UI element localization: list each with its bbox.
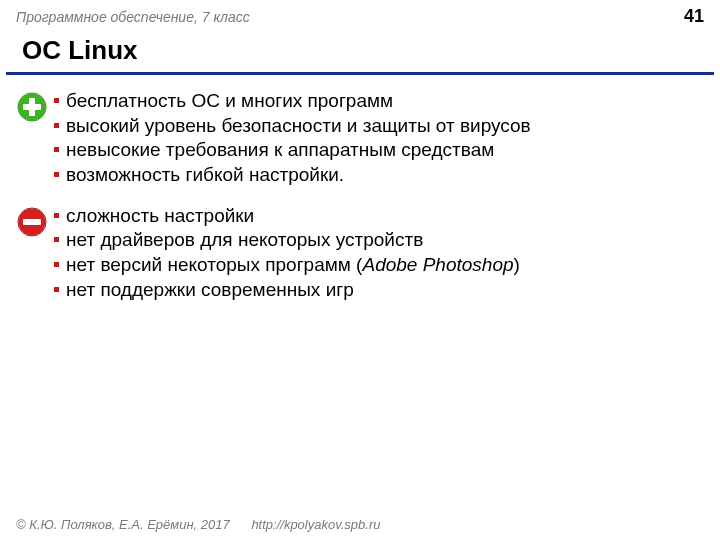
copyright: © К.Ю. Поляков, Е.А. Ерёмин, 2017 <box>16 517 230 532</box>
pros-block: бесплатность ОС и многих программ высоки… <box>0 89 720 188</box>
list-item: высокий уровень безопасности и защиты от… <box>54 114 704 139</box>
list-item: нет поддержки современных игр <box>54 278 704 303</box>
footer: © К.Ю. Поляков, Е.А. Ерёмин, 2017 http:/… <box>16 517 380 532</box>
minus-icon <box>16 204 54 242</box>
svg-rect-3 <box>23 104 41 110</box>
footer-link: http://kpolyakov.spb.ru <box>251 517 380 532</box>
header-bar: Программное обеспечение, 7 класс 41 <box>0 0 720 31</box>
list-item: невысокие требования к аппаратным средст… <box>54 138 704 163</box>
pros-list: бесплатность ОС и многих программ высоки… <box>54 89 704 188</box>
page-number: 41 <box>684 6 704 27</box>
list-item: сложность настройки <box>54 204 704 229</box>
course-label: Программное обеспечение, 7 класс <box>16 9 250 25</box>
list-item: нет версий некоторых программ (Adobe Pho… <box>54 253 704 278</box>
cons-block: сложность настройки нет драйверов для не… <box>0 204 720 303</box>
plus-icon <box>16 89 54 127</box>
list-item: нет драйверов для некоторых устройств <box>54 228 704 253</box>
page-title: ОС Linux <box>6 31 714 75</box>
list-item: бесплатность ОС и многих программ <box>54 89 704 114</box>
list-item: возможность гибкой настройки. <box>54 163 704 188</box>
svg-rect-6 <box>23 219 41 225</box>
cons-list: сложность настройки нет драйверов для не… <box>54 204 704 303</box>
